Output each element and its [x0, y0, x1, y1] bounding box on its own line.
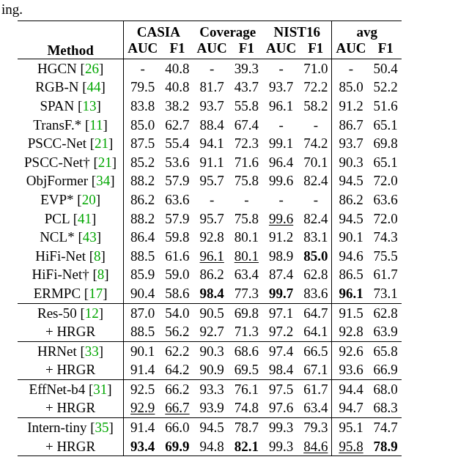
cite-link[interactable]: 26 — [85, 61, 99, 76]
value-cell: 92.5 — [124, 380, 162, 399]
value-cell: 62.2 — [161, 341, 193, 360]
value-cell: 59.8 — [161, 228, 193, 247]
table-row: PSCC-Net [21]87.555.494.172.399.174.293.… — [18, 134, 402, 153]
value-cell: 92.8 — [332, 322, 370, 341]
col-avg: avg — [332, 21, 402, 41]
table-row: NCL* [43]86.459.892.880.191.283.190.174.… — [18, 228, 402, 247]
value-cell: 93.7 — [332, 134, 370, 153]
value-cell: 97.4 — [262, 341, 300, 360]
value-cell: 67.1 — [300, 361, 332, 380]
cite-link[interactable]: 20 — [82, 192, 96, 207]
value-cell: 97.6 — [262, 399, 300, 418]
value-cell: 93.3 — [193, 380, 231, 399]
method-cell: + HRGR — [18, 361, 124, 380]
cite-link[interactable]: 31 — [93, 382, 107, 397]
value-cell: 65.8 — [370, 341, 402, 360]
value-cell: 69.8 — [370, 134, 402, 153]
value-cell: 53.6 — [161, 153, 193, 172]
value-cell: 85.2 — [124, 153, 162, 172]
cite-link[interactable]: 21 — [95, 135, 108, 151]
value-cell: 78.7 — [231, 418, 262, 437]
cite-link[interactable]: 12 — [85, 305, 99, 321]
cite-link[interactable]: 34 — [96, 173, 110, 188]
value-cell: 92.6 — [332, 341, 370, 360]
cite-link[interactable]: 35 — [95, 420, 109, 435]
value-cell: 73.1 — [370, 284, 402, 303]
value-cell: 88.5 — [124, 322, 162, 341]
method-cell: PCL [41] — [18, 209, 124, 228]
value-cell: - — [262, 116, 300, 135]
cite-link[interactable]: 44 — [87, 79, 101, 94]
value-cell: 63.4 — [231, 266, 262, 285]
cite-link[interactable]: 43 — [83, 229, 97, 245]
value-cell: 85.9 — [124, 266, 162, 285]
value-cell: 71.0 — [300, 59, 332, 78]
value-cell: 99.6 — [262, 209, 300, 228]
value-cell: 79.3 — [300, 418, 332, 437]
value-cell: 62.7 — [161, 116, 193, 135]
method-cell: RGB-N [44] — [18, 78, 124, 97]
table-row: HRNet [33]90.162.290.368.697.466.592.665… — [18, 341, 402, 360]
value-cell: 69.9 — [161, 437, 193, 456]
value-cell: 92.8 — [193, 228, 231, 247]
cite-link[interactable]: 17 — [89, 286, 103, 301]
method-cell: HiFi-Net† [8] — [18, 266, 124, 285]
value-cell: 64.1 — [300, 322, 332, 341]
cite-link[interactable]: 8 — [97, 267, 105, 282]
col-coverage: Coverage — [193, 21, 262, 41]
value-cell: - — [262, 59, 300, 78]
table-row: RGB-N [44]79.540.881.743.793.772.285.052… — [18, 78, 402, 97]
col-method: Method — [18, 21, 124, 59]
value-cell: 64.7 — [300, 303, 332, 322]
value-cell: 62.8 — [370, 303, 402, 322]
value-cell: 63.4 — [300, 399, 332, 418]
value-cell: 90.4 — [124, 284, 162, 303]
method-cell: ERMPC [17] — [18, 284, 124, 303]
value-cell: 81.7 — [193, 78, 231, 97]
value-cell: 86.2 — [193, 266, 231, 285]
table-row: + HRGR91.464.290.969.598.467.193.666.9 — [18, 361, 402, 380]
value-cell: 80.1 — [231, 228, 262, 247]
cite-link[interactable]: 8 — [94, 248, 101, 264]
method-cell: ObjFormer [34] — [18, 172, 124, 191]
table-row: PSCC-Net† [21]85.253.691.171.696.470.190… — [18, 153, 402, 172]
table-row: EffNet-b4 [31]92.566.293.376.197.561.794… — [18, 380, 402, 399]
value-cell: 40.8 — [161, 78, 193, 97]
table-row: HiFi-Net† [8]85.959.086.263.487.462.886.… — [18, 266, 402, 285]
value-cell: 74.8 — [231, 399, 262, 418]
sub-auc: AUC — [332, 40, 370, 59]
value-cell: 86.5 — [332, 266, 370, 285]
value-cell: 86.4 — [124, 228, 162, 247]
table-row: SPAN [13]83.838.293.755.896.158.291.251.… — [18, 97, 402, 116]
value-cell: - — [262, 190, 300, 209]
value-cell: 74.2 — [300, 134, 332, 153]
value-cell: 83.6 — [300, 284, 332, 303]
value-cell: 98.9 — [262, 247, 300, 266]
method-cell: EVP* [20] — [18, 190, 124, 209]
value-cell: 96.1 — [262, 97, 300, 116]
cite-link[interactable]: 21 — [98, 155, 112, 170]
value-cell: 56.2 — [161, 322, 193, 341]
value-cell: 72.2 — [300, 78, 332, 97]
fragment-text: ing. — [1, 1, 23, 18]
value-cell: 90.5 — [193, 303, 231, 322]
value-cell: 50.4 — [370, 59, 402, 78]
method-cell: EffNet-b4 [31] — [18, 380, 124, 399]
value-cell: 77.3 — [231, 284, 262, 303]
cite-link[interactable]: 13 — [82, 98, 96, 114]
value-cell: 82.1 — [231, 437, 262, 456]
value-cell: 99.7 — [262, 284, 300, 303]
value-cell: 93.7 — [193, 97, 231, 116]
value-cell: 91.4 — [124, 361, 162, 380]
value-cell: 68.0 — [370, 380, 402, 399]
value-cell: - — [332, 59, 370, 78]
value-cell: 39.3 — [231, 59, 262, 78]
table-row: ObjFormer [34]88.257.995.775.899.682.494… — [18, 172, 402, 191]
method-cell: HRNet [33] — [18, 341, 124, 360]
cite-link[interactable]: 11 — [89, 117, 103, 133]
cite-link[interactable]: 41 — [78, 211, 92, 226]
value-cell: - — [300, 190, 332, 209]
value-cell: 58.6 — [161, 284, 193, 303]
value-cell: 52.2 — [370, 78, 402, 97]
cite-link[interactable]: 33 — [85, 343, 99, 359]
